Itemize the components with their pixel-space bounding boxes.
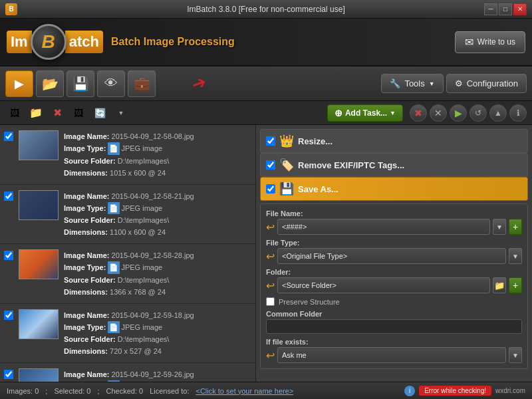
more-options-button[interactable]: ▼	[112, 104, 130, 122]
folder-label: Folder:	[266, 268, 522, 276]
task-icon-2: 💾	[279, 182, 294, 196]
wxdri-label: wxdri.com	[495, 387, 525, 394]
refresh-icon: 🔄	[94, 108, 106, 118]
close-button[interactable]: ✕	[513, 3, 527, 15]
license-name-link[interactable]: <Click to set your name here>	[196, 387, 293, 395]
title-bar: B ImBatch 3.8.0 [Free for non-commercial…	[0, 0, 532, 19]
folder-add-btn[interactable]: +	[509, 277, 522, 293]
preserve-structure-row: Preserve Structure	[266, 297, 522, 306]
folder-open-icon: 📂	[42, 76, 59, 92]
images-count: Images: 0	[7, 387, 39, 395]
play-icon: ▶	[15, 76, 24, 91]
view-button[interactable]: 👁	[97, 70, 125, 97]
list-item[interactable]: Image Name: 2015-04-09_12-58-21.jpg Imag…	[0, 185, 255, 245]
checked-count: Checked: 0	[106, 387, 143, 395]
task-item-2[interactable]: 💾 Save As...	[260, 177, 528, 201]
item-checkbox-2[interactable]	[4, 251, 13, 260]
refresh-button[interactable]: 🔄	[90, 104, 109, 122]
file-name-add-btn[interactable]: +	[509, 219, 522, 235]
status-right: i Error while checking! wxdri.com	[404, 386, 525, 396]
file-name-field: File Name: ↩ <####> ▼ +	[266, 209, 522, 235]
add-folder-icon: 📁	[29, 106, 43, 119]
task-remove-button[interactable]: ✖	[410, 104, 427, 122]
if-exists-dropdown-btn[interactable]: ▼	[509, 347, 522, 363]
item-thumbnail-3	[19, 309, 59, 339]
list-item[interactable]: Image Name: 2015-04-09_12-59-18.jpg Imag…	[0, 304, 255, 364]
task-stop-button[interactable]: ✕	[430, 104, 447, 122]
item-checkbox-3[interactable]	[4, 311, 13, 320]
task-checkbox-1[interactable]	[266, 160, 275, 170]
configuration-button[interactable]: ⚙ Configuration	[446, 74, 527, 93]
add-task-dropdown-icon: ▼	[390, 110, 396, 116]
task-icon-1: 🏷️	[279, 158, 294, 172]
file-type-dropdown-btn[interactable]: ▼	[509, 248, 522, 264]
briefcase-icon: 💼	[134, 76, 150, 92]
logo-im: Im	[7, 31, 32, 53]
common-folder-field: Common Folder	[266, 310, 522, 334]
maximize-button[interactable]: □	[499, 3, 512, 15]
write-to-us-button[interactable]: ✉ Write to us	[455, 31, 525, 53]
item-checkbox-4[interactable]	[4, 370, 13, 379]
folder-browse-btn[interactable]: 📁	[493, 277, 506, 293]
file-name-dropdown-btn[interactable]: ▼	[493, 219, 506, 235]
arrow-right-icon: ➔	[188, 71, 209, 96]
separator2: ;	[97, 387, 99, 395]
task-panel: 👑 Resize... 🏷️ Remove EXIF/IPTC Tags... …	[256, 125, 532, 382]
tools-button[interactable]: 🔧 Tools ▼	[381, 74, 443, 93]
play-button[interactable]: ▶	[5, 70, 33, 97]
save-button[interactable]: 💾	[66, 70, 94, 97]
logo-b: B	[31, 24, 66, 60]
task-checkbox-2[interactable]	[266, 184, 275, 194]
add-folder-button[interactable]: 📁	[27, 104, 45, 122]
preserve-structure-checkbox[interactable]	[266, 297, 275, 306]
task-item-0[interactable]: 👑 Resize...	[260, 129, 528, 153]
task-up-button[interactable]: ▲	[489, 104, 507, 122]
main-content: Image Name: 2015-04-09_12-58-08.jpg Imag…	[0, 125, 532, 382]
logo-atch: atch	[65, 31, 103, 53]
item-checkbox-0[interactable]	[4, 132, 13, 141]
config-label: Configuration	[467, 78, 518, 88]
remove-button[interactable]: ✖	[48, 104, 66, 122]
folder-icon: ↩	[266, 279, 275, 292]
settings-small-button[interactable]: 🖼	[69, 104, 88, 122]
file-name-select[interactable]: <####>	[277, 219, 490, 235]
task-info-button[interactable]: ℹ	[509, 104, 527, 122]
common-folder-label: Common Folder	[266, 310, 522, 318]
toolbar: ▶ 📂 💾 👁 💼 ➔ 🔧 Tools ▼ ⚙ Configuration	[0, 66, 532, 101]
briefcase-button[interactable]: 💼	[128, 70, 156, 97]
if-exists-label: If file exists:	[266, 338, 522, 346]
minimize-button[interactable]: ─	[484, 3, 497, 15]
task-back-button[interactable]: ↺	[469, 104, 487, 122]
file-type-select[interactable]: <Original File Type>	[277, 248, 506, 264]
task-checkbox-0[interactable]	[266, 136, 275, 146]
item-info-4: Image Name: 2015-04-09_12-59-26.jpg Imag…	[64, 368, 251, 382]
if-exists-icon: ↩	[266, 349, 275, 362]
image-list[interactable]: Image Name: 2015-04-09_12-58-08.jpg Imag…	[0, 125, 256, 382]
folder-select[interactable]: <Source Folder>	[277, 277, 490, 293]
add-task-button[interactable]: ⊕ Add Task... ▼	[327, 104, 403, 122]
status-bar: Images: 0 ; Selected: 0 ; Checked: 0 Lic…	[0, 382, 532, 399]
list-item[interactable]: Image Name: 2015-04-09_12-58-08.jpg Imag…	[0, 125, 255, 185]
envelope-icon: ✉	[465, 36, 473, 49]
header: Im B atch Batch Image Processing ✉ Write…	[0, 19, 532, 66]
open-folder-button[interactable]: 📂	[36, 70, 64, 97]
app-icon: B	[5, 3, 17, 15]
eye-icon: 👁	[104, 76, 118, 91]
list-item[interactable]: Image Name: 2015-04-09_12-58-28.jpg Imag…	[0, 244, 255, 304]
tools-dropdown-icon: ▼	[429, 80, 435, 87]
file-type-icon: ↩	[266, 250, 275, 263]
task-label-0: Resize...	[298, 136, 522, 146]
settings-small-icon: 🖼	[74, 108, 83, 118]
file-name-label: File Name:	[266, 209, 522, 217]
item-info-2: Image Name: 2015-04-09_12-58-28.jpg Imag…	[64, 249, 251, 298]
list-item[interactable]: Image Name: 2015-04-09_12-59-26.jpg Imag…	[0, 363, 255, 382]
item-checkbox-1[interactable]	[4, 192, 13, 201]
if-exists-select[interactable]: Ask me	[277, 347, 506, 363]
wrench-icon: 🔧	[390, 78, 400, 88]
task-controls: ✖ ✕ ▶ ↺ ▲ ℹ	[410, 104, 527, 122]
common-folder-input[interactable]	[266, 319, 522, 334]
item-info-0: Image Name: 2015-04-09_12-58-08.jpg Imag…	[64, 130, 251, 179]
add-image-button[interactable]: 🖼	[5, 104, 24, 122]
task-play-button[interactable]: ▶	[450, 104, 467, 122]
task-item-1[interactable]: 🏷️ Remove EXIF/IPTC Tags...	[260, 153, 528, 177]
